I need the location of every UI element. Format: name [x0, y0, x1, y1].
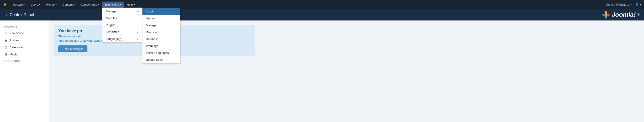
sidebar-item-new-article[interactable]: ✎ New Article: [0, 29, 49, 37]
page-title: Control Panel: [10, 12, 34, 17]
navbar-right: Joomla Website... ↗ 👤 ▾: [606, 3, 641, 6]
sidebar-item-media[interactable]: ▦ Media: [0, 51, 49, 58]
extensions-menu-plugins[interactable]: Plugins: [102, 22, 142, 28]
nav-item-components[interactable]: Components ▾: [78, 1, 102, 7]
extensions-menu-languages[interactable]: Language(s): [102, 35, 142, 42]
install-menu-database[interactable]: Database: [142, 36, 180, 43]
nav-item-help[interactable]: Help ▾: [124, 1, 138, 7]
sidebar-item-categories[interactable]: ▤ Categories: [0, 44, 49, 51]
navbar-brand: [3, 2, 8, 7]
joomla-logo-icon: [602, 11, 610, 19]
categories-icon: ▤: [4, 45, 8, 49]
pencil-icon: ✎: [4, 31, 7, 35]
user-menu[interactable]: 👤 ▾: [635, 3, 641, 6]
sidebar: CONTENT ✎ New Article ▣ Articles ▤ Categ…: [0, 20, 49, 122]
svg-point-5: [605, 14, 607, 16]
chevron-down-icon: ▾: [120, 3, 121, 6]
chevron-down-icon: ▾: [134, 3, 135, 6]
site-link[interactable]: Joomla Website... ↗: [606, 3, 632, 6]
nav-item-content[interactable]: Content ▾: [60, 1, 77, 7]
nav-item-extensions[interactable]: Extensions ▾ Manage Install Update Manag…: [102, 1, 124, 7]
read-messages-button[interactable]: Read Messages: [58, 45, 88, 52]
navbar: System ▾ Users ▾ Menus ▾ Content ▾ Compo…: [0, 0, 644, 9]
sidebar-item-articles[interactable]: ▣ Articles: [0, 37, 49, 44]
install-menu-update[interactable]: Update: [142, 15, 180, 22]
install-menu-install-languages[interactable]: Install Languages: [142, 50, 180, 56]
joomla-logo: Joomla! ®: [602, 11, 640, 19]
home-icon: ⌂: [4, 12, 7, 17]
chevron-down-icon: ▾: [39, 3, 40, 6]
articles-icon: ▣: [4, 38, 8, 42]
chevron-down-icon: ▾: [74, 3, 75, 6]
install-menu-warnings[interactable]: Warnings: [142, 43, 180, 50]
joomla-logo-text: Joomla!: [612, 11, 636, 18]
external-link-icon: ↗: [630, 3, 632, 6]
sidebar-section-content-title: CONTENT: [0, 24, 49, 29]
install-menu-manage[interactable]: Manage: [142, 22, 180, 29]
nav-item-system[interactable]: System ▾: [10, 1, 27, 7]
joomla-registered-mark: ®: [638, 13, 640, 16]
extensions-menu-manage[interactable]: Manage Install Update Manage Discover Da…: [102, 8, 142, 15]
nav-item-users[interactable]: Users ▾: [28, 1, 43, 7]
nav-items: System ▾ Users ▾ Menus ▾ Content ▾ Compo…: [10, 1, 606, 7]
control-panel-header: ⌂ Control Panel Joomla! ®: [0, 9, 644, 20]
extensions-menu-modules[interactable]: Modules: [102, 15, 142, 22]
install-menu-install[interactable]: Install: [142, 8, 180, 15]
chevron-down-icon: ▾: [98, 3, 99, 6]
extensions-dropdown-menu: Manage Install Update Manage Discover Da…: [102, 7, 142, 43]
main-layout: CONTENT ✎ New Article ▣ Articles ▤ Categ…: [0, 20, 644, 122]
media-icon: ▦: [4, 53, 8, 56]
user-icon: 👤: [635, 3, 639, 6]
install-menu-update-sites[interactable]: Update Sites: [142, 56, 180, 63]
joomla-star-icon: [3, 2, 8, 7]
chevron-down-icon: ▾: [24, 3, 24, 6]
install-submenu: Install Update Manage Discover Database …: [142, 8, 180, 63]
extensions-menu-templates[interactable]: Templates: [102, 28, 142, 35]
chevron-down-icon: ▾: [56, 3, 56, 6]
nav-item-menus[interactable]: Menus ▾: [43, 1, 59, 7]
sidebar-section-structure-title: STRUCTURE: [0, 58, 49, 63]
install-menu-discover[interactable]: Discover: [142, 29, 180, 36]
